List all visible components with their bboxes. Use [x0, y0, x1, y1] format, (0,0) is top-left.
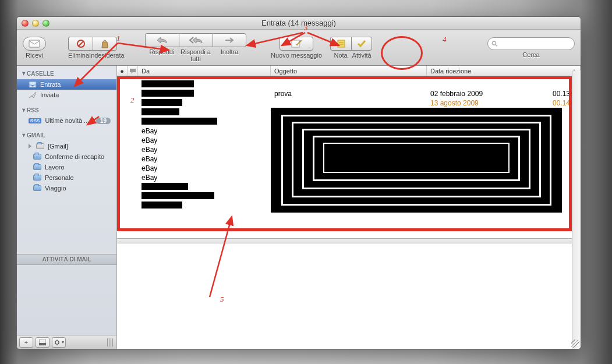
junk-bag-icon — [101, 39, 109, 48]
message-from: eBay — [141, 127, 157, 135]
svg-point-7 — [492, 41, 496, 44]
search-icon — [491, 40, 498, 47]
annotation-label-5: 5 — [220, 295, 224, 304]
reply-label: Rispondi — [145, 48, 179, 62]
sidebar-item-gmail-root[interactable]: [Gmail] — [17, 141, 116, 151]
resize-grip-icon[interactable] — [107, 338, 114, 347]
show-button[interactable] — [36, 337, 49, 348]
redacted-from — [141, 80, 194, 87]
rss-header: ▸RSS — [17, 105, 116, 116]
activity-label: Attività — [351, 52, 372, 59]
main-pane: ● Da Oggetto Data ricezione prova02 febb… — [117, 66, 581, 349]
delete-button[interactable] — [68, 37, 93, 51]
chat-bubble-icon — [129, 68, 136, 74]
folder-icon — [33, 163, 41, 171]
annotation-label-2: 2 — [130, 96, 135, 105]
reply-all-button[interactable] — [179, 33, 213, 47]
search-input[interactable] — [500, 40, 571, 47]
annotation-label-1: 1 — [116, 34, 121, 43]
message-row[interactable]: 13 agosto 200900.14 — [117, 98, 581, 108]
window-resize-grip[interactable] — [571, 340, 579, 348]
annotation-label-3: 3 — [304, 23, 308, 33]
new-message-label: Nuovo messaggio — [271, 52, 322, 59]
preview-scrollbar[interactable] — [572, 70, 581, 349]
sidebar-item-sent[interactable]: Inviata — [17, 90, 116, 100]
folder-icon — [33, 174, 41, 182]
compose-icon — [291, 39, 302, 48]
junk-button[interactable] — [93, 37, 117, 51]
message-row[interactable]: prova02 febbraio 200900.13 — [117, 89, 581, 98]
message-date: 13 agosto 2009 — [427, 99, 529, 107]
rss-feed-label: Ultime novità ... — [45, 117, 89, 124]
search-field[interactable] — [487, 37, 575, 50]
note-icon — [337, 40, 345, 48]
minimize-button[interactable] — [32, 20, 39, 27]
window-controls — [22, 20, 49, 27]
folder-icon — [33, 184, 41, 192]
delete-label: Elimina — [68, 52, 89, 59]
forward-button[interactable] — [213, 33, 246, 47]
preview-splitter[interactable] — [117, 239, 581, 243]
redacted-from — [141, 183, 188, 190]
svg-line-2 — [79, 41, 83, 46]
note-button[interactable] — [330, 37, 351, 51]
sidebar-item-folder[interactable]: Personale — [17, 172, 116, 183]
add-button[interactable]: + — [19, 337, 33, 348]
disclosure-triangle-icon[interactable] — [29, 144, 31, 149]
gmail-folder-label: [Gmail] — [48, 143, 68, 150]
flag-column-header[interactable] — [128, 66, 138, 76]
reply-button[interactable] — [145, 33, 179, 47]
sidebar-item-rss-feed[interactable]: RSS Ultime novità ... 19 — [17, 116, 116, 125]
reply-arrow-icon — [156, 36, 169, 44]
sidebar-item-folder[interactable]: Viaggio — [17, 183, 116, 193]
message-from: eBay — [141, 174, 157, 182]
inbox-icon — [29, 80, 37, 89]
note-label: Nota — [330, 52, 351, 59]
panel-icon — [39, 340, 46, 345]
reply-all-label: Rispondi a tutti — [179, 48, 213, 62]
close-button[interactable] — [22, 20, 29, 27]
redacted-overlay — [271, 108, 562, 213]
folder-label: Personale — [45, 174, 74, 181]
rss-icon: RSS — [29, 118, 41, 123]
svg-line-8 — [496, 44, 497, 46]
mail-window: Entrata (14 messaggi) Ricevi EliminaInde… — [16, 16, 581, 349]
junk-label: Indesiderata — [89, 52, 125, 59]
redacted-from — [141, 192, 214, 199]
toolbar: Ricevi EliminaIndesiderata — [17, 30, 581, 66]
gmail-header: ▸GMAIL — [17, 130, 116, 141]
folder-label: Lavoro — [45, 164, 65, 171]
sidebar-item-folder[interactable]: Lavoro — [17, 162, 116, 172]
message-subject: prova — [271, 90, 427, 98]
message-from: eBay — [141, 146, 157, 154]
redacted-from — [141, 99, 182, 106]
activity-button[interactable] — [351, 37, 372, 51]
date-column-header[interactable]: Data ricezione — [427, 66, 581, 76]
mailboxes-header: ▸CASELLE — [17, 68, 116, 79]
message-list[interactable]: prova02 febbraio 200900.1313 agosto 2009… — [117, 76, 581, 238]
status-column-header[interactable]: ● — [117, 66, 128, 76]
svg-rect-10 — [39, 343, 46, 345]
new-message-button[interactable] — [280, 37, 313, 51]
from-column-header[interactable]: Da — [138, 66, 271, 76]
annotation-label-4: 4 — [443, 35, 447, 44]
titlebar: Entrata (14 messaggi) — [17, 17, 581, 30]
sidebar: ▸CASELLE Entrata Inviata ▸RSS RSS Ultime… — [17, 66, 117, 349]
receive-label: Ricevi — [26, 52, 43, 59]
action-menu-button[interactable]: ▾ — [52, 337, 66, 348]
redacted-from — [141, 118, 217, 125]
subject-column-header[interactable]: Oggetto — [271, 66, 427, 76]
receive-button[interactable] — [23, 37, 46, 51]
zoom-button[interactable] — [43, 20, 49, 27]
redacted-from — [141, 108, 179, 115]
sidebar-toolbar: + ▾ — [17, 335, 116, 349]
sidebar-item-inbox[interactable]: Entrata — [17, 79, 116, 90]
mail-activity-header: ATTIVITÀ DI MAIL — [17, 254, 116, 265]
message-row[interactable] — [117, 80, 581, 89]
svg-rect-0 — [29, 40, 40, 47]
gear-icon — [54, 339, 61, 346]
folder-icon — [33, 153, 41, 161]
checkmark-icon — [357, 40, 366, 48]
sidebar-item-folder[interactable]: Conferme di recapito — [17, 151, 116, 162]
envelope-icon — [29, 40, 40, 48]
